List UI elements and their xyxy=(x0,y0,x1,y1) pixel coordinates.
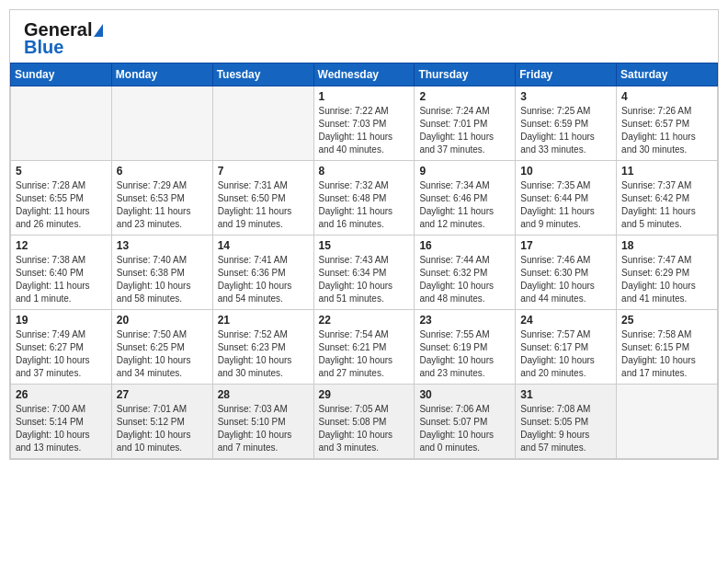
day-number: 12 xyxy=(16,239,107,252)
day-number: 20 xyxy=(117,314,208,327)
logo-blue: Blue xyxy=(24,37,63,58)
calendar-container: General Blue SundayMondayTuesdayWednesda… xyxy=(9,9,719,460)
calendar-cell: 20Sunrise: 7:50 AM Sunset: 6:25 PM Dayli… xyxy=(111,310,212,385)
day-number: 31 xyxy=(520,388,611,401)
day-number: 17 xyxy=(520,239,611,252)
day-info: Sunrise: 7:00 AM Sunset: 5:14 PM Dayligh… xyxy=(16,403,107,454)
calendar-cell: 31Sunrise: 7:08 AM Sunset: 5:05 PM Dayli… xyxy=(516,385,617,459)
week-row-2: 12Sunrise: 7:38 AM Sunset: 6:40 PM Dayli… xyxy=(11,236,718,310)
calendar-cell xyxy=(212,86,313,161)
day-number: 4 xyxy=(621,90,712,103)
day-info: Sunrise: 7:55 AM Sunset: 6:19 PM Dayligh… xyxy=(419,328,510,380)
day-number: 25 xyxy=(621,314,712,327)
weekday-header-wednesday: Wednesday xyxy=(313,63,415,86)
day-info: Sunrise: 7:41 AM Sunset: 6:36 PM Dayligh… xyxy=(218,254,309,305)
day-number: 7 xyxy=(218,165,309,178)
calendar-cell: 27Sunrise: 7:01 AM Sunset: 5:12 PM Dayli… xyxy=(111,385,212,459)
calendar-cell: 30Sunrise: 7:06 AM Sunset: 5:07 PM Dayli… xyxy=(415,385,516,459)
calendar-cell: 7Sunrise: 7:31 AM Sunset: 6:50 PM Daylig… xyxy=(212,161,313,236)
weekday-header-monday: Monday xyxy=(111,63,212,86)
day-number: 24 xyxy=(520,314,611,327)
day-info: Sunrise: 7:35 AM Sunset: 6:44 PM Dayligh… xyxy=(520,179,611,231)
day-info: Sunrise: 7:05 AM Sunset: 5:08 PM Dayligh… xyxy=(319,403,410,454)
calendar-cell: 18Sunrise: 7:47 AM Sunset: 6:29 PM Dayli… xyxy=(617,236,718,310)
day-number: 16 xyxy=(419,239,510,252)
day-info: Sunrise: 7:08 AM Sunset: 5:05 PM Dayligh… xyxy=(520,403,611,454)
calendar-cell xyxy=(11,86,112,161)
day-number: 11 xyxy=(621,165,712,178)
day-number: 2 xyxy=(419,90,510,103)
day-info: Sunrise: 7:54 AM Sunset: 6:21 PM Dayligh… xyxy=(319,328,410,380)
calendar-cell: 1Sunrise: 7:22 AM Sunset: 7:03 PM Daylig… xyxy=(313,86,415,161)
weekday-header-tuesday: Tuesday xyxy=(212,63,313,86)
calendar-cell: 23Sunrise: 7:55 AM Sunset: 6:19 PM Dayli… xyxy=(415,310,516,385)
weekday-header-saturday: Saturday xyxy=(617,63,718,86)
day-number: 9 xyxy=(419,165,510,178)
day-number: 14 xyxy=(218,239,309,252)
logo-triangle-icon xyxy=(94,24,103,37)
day-info: Sunrise: 7:06 AM Sunset: 5:07 PM Dayligh… xyxy=(419,403,510,454)
calendar-cell: 22Sunrise: 7:54 AM Sunset: 6:21 PM Dayli… xyxy=(313,310,415,385)
day-number: 6 xyxy=(117,165,208,178)
day-info: Sunrise: 7:47 AM Sunset: 6:29 PM Dayligh… xyxy=(621,254,712,305)
day-number: 5 xyxy=(16,165,107,178)
calendar-cell: 8Sunrise: 7:32 AM Sunset: 6:48 PM Daylig… xyxy=(313,161,415,236)
day-info: Sunrise: 7:50 AM Sunset: 6:25 PM Dayligh… xyxy=(117,328,208,380)
calendar-cell: 15Sunrise: 7:43 AM Sunset: 6:34 PM Dayli… xyxy=(313,236,415,310)
calendar-cell: 2Sunrise: 7:24 AM Sunset: 7:01 PM Daylig… xyxy=(415,86,516,161)
day-number: 1 xyxy=(319,90,410,103)
day-info: Sunrise: 7:32 AM Sunset: 6:48 PM Dayligh… xyxy=(319,179,410,231)
day-info: Sunrise: 7:31 AM Sunset: 6:50 PM Dayligh… xyxy=(218,179,309,231)
day-info: Sunrise: 7:24 AM Sunset: 7:01 PM Dayligh… xyxy=(419,105,510,156)
day-info: Sunrise: 7:44 AM Sunset: 6:32 PM Dayligh… xyxy=(419,254,510,305)
calendar-cell: 26Sunrise: 7:00 AM Sunset: 5:14 PM Dayli… xyxy=(11,385,112,459)
week-row-0: 1Sunrise: 7:22 AM Sunset: 7:03 PM Daylig… xyxy=(11,86,718,161)
calendar-cell: 10Sunrise: 7:35 AM Sunset: 6:44 PM Dayli… xyxy=(516,161,617,236)
day-info: Sunrise: 7:37 AM Sunset: 6:42 PM Dayligh… xyxy=(621,179,712,231)
day-info: Sunrise: 7:43 AM Sunset: 6:34 PM Dayligh… xyxy=(319,254,410,305)
calendar-cell: 19Sunrise: 7:49 AM Sunset: 6:27 PM Dayli… xyxy=(11,310,112,385)
calendar-cell: 24Sunrise: 7:57 AM Sunset: 6:17 PM Dayli… xyxy=(516,310,617,385)
day-info: Sunrise: 7:34 AM Sunset: 6:46 PM Dayligh… xyxy=(419,179,510,231)
header: General Blue xyxy=(10,10,718,63)
day-number: 10 xyxy=(520,165,611,178)
day-info: Sunrise: 7:29 AM Sunset: 6:53 PM Dayligh… xyxy=(117,179,208,231)
calendar-cell: 12Sunrise: 7:38 AM Sunset: 6:40 PM Dayli… xyxy=(11,236,112,310)
day-number: 27 xyxy=(117,388,208,401)
calendar-cell: 4Sunrise: 7:26 AM Sunset: 6:57 PM Daylig… xyxy=(617,86,718,161)
day-number: 15 xyxy=(319,239,410,252)
day-info: Sunrise: 7:52 AM Sunset: 6:23 PM Dayligh… xyxy=(218,328,309,380)
calendar-cell: 28Sunrise: 7:03 AM Sunset: 5:10 PM Dayli… xyxy=(212,385,313,459)
calendar-cell: 9Sunrise: 7:34 AM Sunset: 6:46 PM Daylig… xyxy=(415,161,516,236)
calendar-cell xyxy=(111,86,212,161)
calendar-cell xyxy=(617,385,718,459)
weekday-header-friday: Friday xyxy=(516,63,617,86)
week-row-1: 5Sunrise: 7:28 AM Sunset: 6:55 PM Daylig… xyxy=(11,161,718,236)
weekday-header-sunday: Sunday xyxy=(11,63,112,86)
calendar-cell: 21Sunrise: 7:52 AM Sunset: 6:23 PM Dayli… xyxy=(212,310,313,385)
calendar-cell: 14Sunrise: 7:41 AM Sunset: 6:36 PM Dayli… xyxy=(212,236,313,310)
calendar-cell: 6Sunrise: 7:29 AM Sunset: 6:53 PM Daylig… xyxy=(111,161,212,236)
calendar-cell: 5Sunrise: 7:28 AM Sunset: 6:55 PM Daylig… xyxy=(11,161,112,236)
day-number: 29 xyxy=(319,388,410,401)
day-info: Sunrise: 7:40 AM Sunset: 6:38 PM Dayligh… xyxy=(117,254,208,305)
logo: General Blue xyxy=(24,19,103,58)
day-number: 23 xyxy=(419,314,510,327)
week-row-4: 26Sunrise: 7:00 AM Sunset: 5:14 PM Dayli… xyxy=(11,385,718,459)
calendar-cell: 25Sunrise: 7:58 AM Sunset: 6:15 PM Dayli… xyxy=(617,310,718,385)
day-info: Sunrise: 7:03 AM Sunset: 5:10 PM Dayligh… xyxy=(218,403,309,454)
day-number: 18 xyxy=(621,239,712,252)
day-info: Sunrise: 7:22 AM Sunset: 7:03 PM Dayligh… xyxy=(319,105,410,156)
calendar-cell: 29Sunrise: 7:05 AM Sunset: 5:08 PM Dayli… xyxy=(313,385,415,459)
weekday-header-thursday: Thursday xyxy=(415,63,516,86)
day-number: 8 xyxy=(319,165,410,178)
calendar-cell: 11Sunrise: 7:37 AM Sunset: 6:42 PM Dayli… xyxy=(617,161,718,236)
day-number: 19 xyxy=(16,314,107,327)
day-info: Sunrise: 7:25 AM Sunset: 6:59 PM Dayligh… xyxy=(520,105,611,156)
day-number: 21 xyxy=(218,314,309,327)
weekday-header-row: SundayMondayTuesdayWednesdayThursdayFrid… xyxy=(11,63,718,86)
day-info: Sunrise: 7:38 AM Sunset: 6:40 PM Dayligh… xyxy=(16,254,107,305)
day-number: 30 xyxy=(419,388,510,401)
day-number: 3 xyxy=(520,90,611,103)
day-info: Sunrise: 7:57 AM Sunset: 6:17 PM Dayligh… xyxy=(520,328,611,380)
